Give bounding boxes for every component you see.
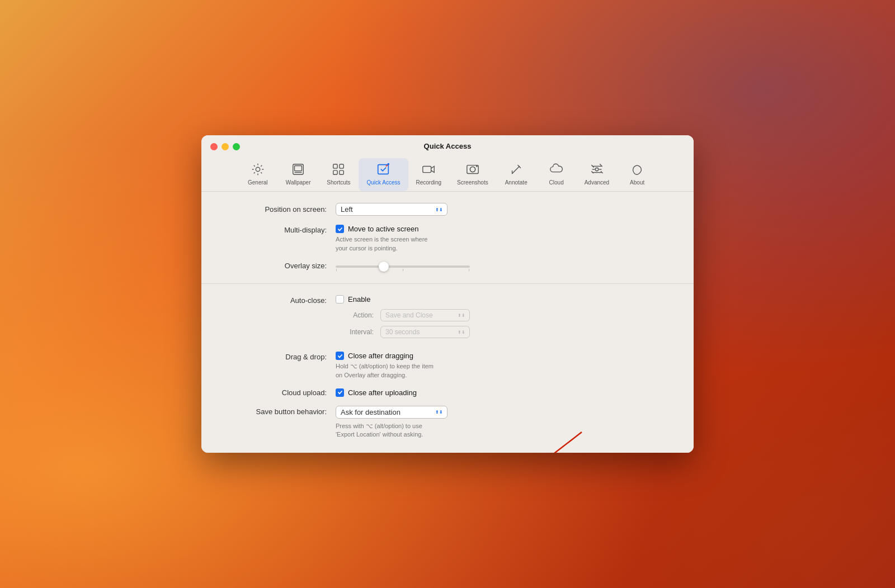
close-after-uploading-row: Close after uploading	[336, 388, 671, 397]
cloud-icon	[549, 162, 564, 177]
overlay-size-label: Overlay size:	[224, 262, 336, 270]
save-button-label: Save button behavior:	[224, 406, 336, 416]
close-after-dragging-label: Close after dragging	[348, 352, 413, 360]
svg-rect-2	[295, 166, 302, 171]
svg-rect-5	[340, 164, 343, 168]
svg-rect-11	[423, 167, 431, 173]
main-window: Quick Access General Wallpaper	[201, 135, 694, 452]
tab-recording-label: Recording	[416, 179, 442, 186]
screenshots-icon	[465, 162, 481, 177]
traffic-lights	[210, 143, 240, 150]
tab-shortcuts-label: Shortcuts	[327, 179, 350, 186]
interval-select-wrapper: 30 seconds	[380, 326, 470, 338]
auto-close-sub-options: Action: Save and Close Interval:	[336, 309, 671, 338]
auto-close-label: Auto-close:	[224, 295, 336, 305]
tab-quick-access-label: Quick Access	[366, 179, 400, 186]
content-wrapper: Position on screen: Left Right Top Botto…	[201, 192, 694, 452]
move-to-active-checkbox[interactable]	[336, 225, 344, 233]
svg-point-10	[388, 163, 390, 165]
action-row: Action: Save and Close	[336, 309, 671, 321]
action-select[interactable]: Save and Close	[380, 309, 470, 321]
move-to-active-row: Move to active screen	[336, 225, 671, 233]
drag-drop-row: Drag & drop: Close after dragging Hold ⌥…	[224, 352, 671, 380]
drag-drop-helper: Hold ⌥ (alt/option) to keep the itemon O…	[336, 362, 671, 380]
auto-close-enable-label: Enable	[348, 295, 370, 304]
save-button-control: Ask for destination Save to Export Locat…	[336, 406, 671, 439]
move-to-active-label: Move to active screen	[348, 225, 418, 233]
tab-about-label: About	[630, 179, 644, 186]
cloud-upload-row: Cloud upload: Close after uploading	[224, 388, 671, 397]
multi-display-row: Multi-display: Move to active screen Act…	[224, 225, 671, 253]
svg-point-22	[595, 168, 599, 172]
drag-drop-control: Close after dragging Hold ⌥ (alt/option)…	[336, 352, 671, 380]
tab-general-label: General	[248, 179, 268, 186]
overlay-size-slider-track	[336, 265, 470, 268]
wallpaper-icon	[290, 162, 306, 177]
shortcuts-icon	[331, 162, 346, 177]
svg-rect-6	[333, 170, 337, 174]
interval-label: Interval:	[336, 328, 380, 336]
gear-icon	[250, 162, 266, 177]
tab-quick-access[interactable]: Quick Access	[359, 158, 408, 191]
position-control: Left Right Top Bottom	[336, 203, 671, 216]
position-select[interactable]: Left Right Top Bottom	[336, 203, 447, 216]
auto-close-enable-row: Enable	[336, 295, 671, 304]
svg-point-0	[256, 168, 260, 172]
tab-cloud-label: Cloud	[549, 179, 564, 186]
auto-close-checkbox[interactable]	[336, 295, 344, 304]
multi-display-control: Move to active screen Active screen is t…	[336, 225, 671, 253]
close-after-dragging-checkbox[interactable]	[336, 352, 344, 360]
tab-wallpaper[interactable]: Wallpaper	[278, 158, 319, 191]
save-button-helper: Press with ⌥ (alt/option) to use'Export …	[336, 422, 671, 439]
auto-close-row: Auto-close: Enable Action: Save and Clos…	[224, 295, 671, 343]
tab-advanced-label: Advanced	[585, 179, 609, 186]
auto-close-control: Enable Action: Save and Close	[336, 295, 671, 343]
close-after-uploading-label: Close after uploading	[348, 388, 417, 397]
save-button-select[interactable]: Ask for destination Save to Export Locat…	[336, 406, 447, 419]
save-button-row: Save button behavior: Ask for destinatio…	[224, 406, 671, 439]
recording-icon	[421, 162, 436, 177]
overlay-size-row: Overlay size:	[224, 262, 671, 270]
behavior-section: Auto-close: Enable Action: Save and Clos…	[201, 283, 694, 453]
titlebar: Quick Access	[201, 135, 694, 156]
tab-annotate[interactable]: Annotate	[496, 158, 536, 191]
action-label: Action:	[336, 311, 380, 319]
about-icon	[629, 162, 645, 177]
advanced-icon	[589, 162, 605, 177]
multi-display-label: Multi-display:	[224, 225, 336, 234]
annotate-icon	[508, 162, 524, 177]
tab-recording[interactable]: Recording	[408, 158, 450, 191]
tab-annotate-label: Annotate	[505, 179, 527, 186]
minimize-button[interactable]	[222, 143, 229, 150]
quick-access-icon	[375, 162, 391, 177]
tab-general[interactable]: General	[238, 158, 278, 191]
window-title: Quick Access	[424, 142, 472, 156]
close-after-uploading-checkbox[interactable]	[336, 388, 344, 397]
tab-about[interactable]: About	[617, 158, 657, 191]
tab-shortcuts[interactable]: Shortcuts	[318, 158, 359, 191]
close-after-dragging-row: Close after dragging	[336, 352, 671, 360]
svg-rect-7	[340, 170, 343, 174]
save-button-select-wrapper: Ask for destination Save to Export Locat…	[336, 406, 447, 419]
maximize-button[interactable]	[233, 143, 240, 150]
toolbar: General Wallpaper	[201, 156, 694, 192]
drag-drop-label: Drag & drop:	[224, 352, 336, 361]
interval-select[interactable]: 30 seconds	[380, 326, 470, 338]
tab-screenshots[interactable]: Screenshots	[449, 158, 496, 191]
svg-point-15	[476, 165, 478, 167]
display-section: Position on screen: Left Right Top Botto…	[201, 192, 694, 283]
action-select-wrapper: Save and Close	[380, 309, 470, 321]
active-screen-helper: Active screen is the screen whereyour cu…	[336, 235, 671, 253]
tab-screenshots-label: Screenshots	[457, 179, 488, 186]
close-button[interactable]	[210, 143, 218, 150]
tab-advanced[interactable]: Advanced	[577, 158, 617, 191]
position-row: Position on screen: Left Right Top Botto…	[224, 203, 671, 216]
position-label: Position on screen:	[224, 205, 336, 214]
svg-line-16	[512, 167, 519, 174]
interval-row: Interval: 30 seconds	[336, 326, 671, 338]
svg-point-14	[470, 167, 475, 172]
tab-cloud[interactable]: Cloud	[536, 158, 577, 191]
overlay-size-control	[336, 264, 671, 268]
cloud-upload-control: Close after uploading	[336, 388, 671, 397]
svg-rect-4	[333, 164, 337, 168]
